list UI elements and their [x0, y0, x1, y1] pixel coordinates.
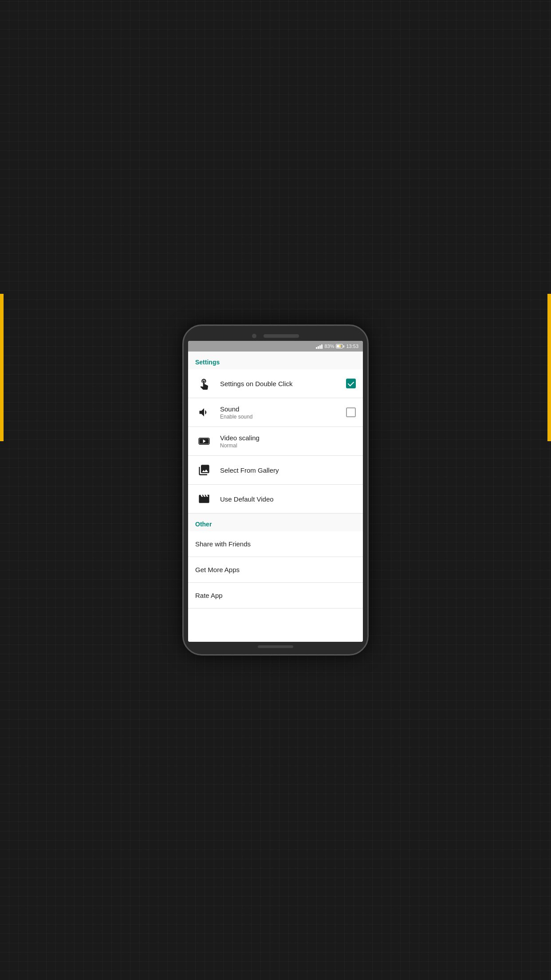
phone-bottom-bar — [188, 642, 363, 650]
use-default-video-title: Use Default Video — [220, 495, 356, 503]
video-scaling-subtitle: Normal — [220, 443, 356, 449]
settings-double-click-item[interactable]: Settings on Double Click — [188, 369, 363, 398]
video-scaling-title: Video scaling — [220, 434, 356, 442]
other-section-header: Other — [188, 514, 363, 531]
use-default-video-item[interactable]: Use Default Video — [188, 485, 363, 514]
clock: 13:53 — [346, 344, 358, 349]
video-icon — [195, 490, 213, 508]
select-gallery-title: Select From Gallery — [220, 466, 356, 474]
touch-icon — [195, 375, 213, 392]
video-scaling-icon — [195, 432, 213, 450]
sound-content: Sound Enable sound — [220, 405, 342, 420]
volume-icon — [195, 403, 213, 421]
signal-icon — [316, 344, 323, 349]
sound-title: Sound — [220, 405, 342, 413]
phone-frame: 83% ⚡ 13:53 Settings — [182, 324, 369, 656]
settings-double-click-checkbox[interactable] — [346, 379, 356, 388]
settings-double-click-content: Settings on Double Click — [220, 380, 342, 387]
rate-app-title: Rate App — [195, 592, 223, 599]
settings-list: Settings on Double Click Sound — [188, 369, 363, 514]
video-scaling-item[interactable]: Video scaling Normal — [188, 427, 363, 456]
battery-icon: ⚡ — [336, 344, 344, 348]
home-button[interactable] — [258, 645, 293, 648]
phone-screen: 83% ⚡ 13:53 Settings — [188, 341, 363, 642]
speaker — [264, 334, 299, 338]
sound-checkbox[interactable] — [346, 407, 356, 417]
gallery-icon — [195, 461, 213, 479]
share-with-friends-title: Share with Friends — [195, 540, 251, 548]
status-bar: 83% ⚡ 13:53 — [188, 341, 363, 352]
sound-item[interactable]: Sound Enable sound — [188, 398, 363, 427]
video-scaling-content: Video scaling Normal — [220, 434, 356, 449]
share-with-friends-item[interactable]: Share with Friends — [188, 531, 363, 557]
bottom-spacer — [188, 609, 363, 642]
sound-subtitle: Enable sound — [220, 414, 342, 420]
get-more-apps-title: Get More Apps — [195, 566, 240, 573]
battery-percent: 83% — [324, 344, 334, 349]
settings-double-click-title: Settings on Double Click — [220, 380, 342, 387]
use-default-video-content: Use Default Video — [220, 495, 356, 503]
settings-section-header: Settings — [188, 352, 363, 369]
content-area: Settings Settings on Double Click — [188, 352, 363, 642]
select-gallery-item[interactable]: Select From Gallery — [188, 456, 363, 485]
phone-top-bar — [188, 330, 363, 341]
get-more-apps-item[interactable]: Get More Apps — [188, 557, 363, 583]
select-gallery-content: Select From Gallery — [220, 466, 356, 474]
rate-app-item[interactable]: Rate App — [188, 583, 363, 609]
camera-dot — [252, 334, 256, 338]
